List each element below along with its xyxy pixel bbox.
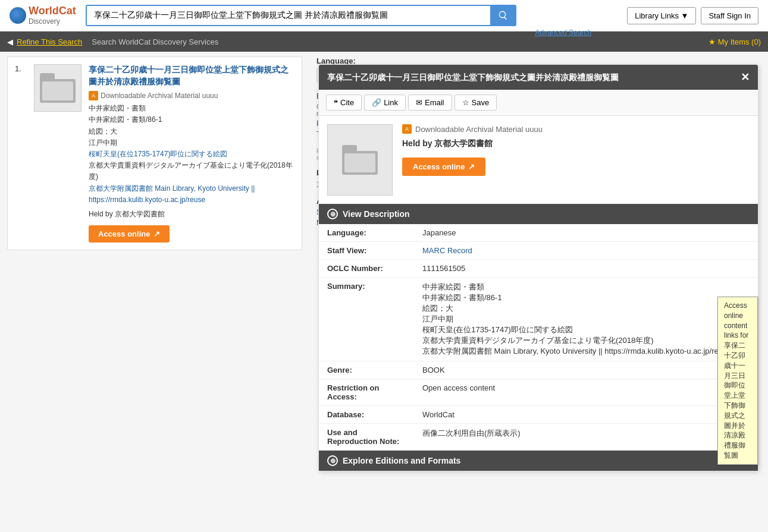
view-description-label: View Description xyxy=(343,209,410,219)
meta-line5: 京都大学貴重資料デジタルアーカイブ基金により電子化(2018年度) xyxy=(89,160,294,182)
save-icon: ☆ xyxy=(462,98,469,107)
summary-line-3: 江戸中期 xyxy=(422,314,750,325)
email-icon: ✉ xyxy=(416,98,422,107)
access-tooltip: Access online content links for 享保二十乙卯歳十… xyxy=(717,297,758,465)
summary-label: Summary: xyxy=(319,278,414,361)
language-field-label: Language: xyxy=(319,224,414,242)
meta-line4: 江戸中期 xyxy=(89,137,294,149)
table-row: Summary: 中井家絵図・書類 中井家絵図・書類/86-1 絵図；大 江戸中… xyxy=(319,278,758,361)
detail-access-label: Access online xyxy=(413,162,465,171)
meta-line2: 中井家絵図・書類/86-1 xyxy=(89,114,294,125)
search-icon xyxy=(498,10,509,21)
logo-subtitle: Discovery xyxy=(29,17,76,26)
link-icon: 🔗 xyxy=(372,98,381,107)
restriction-label: Restriction on Access: xyxy=(319,379,414,406)
result-title-link[interactable]: 享保二十乙卯歳十一月三日御即位堂上堂下飾御規式之圖并於清凉殿禮服御覧圖 xyxy=(89,64,294,87)
access-online-button[interactable]: Access online ↗ xyxy=(89,225,170,243)
refine-arrow-icon: ◀ xyxy=(7,37,13,46)
detail-header: 享保二十乙卯歳十一月三日御即位堂上堂下飾御規式之圖并於清凉殿禮服御覧圖 ✕ xyxy=(319,65,758,90)
use-label: Use and Reproduction Note: xyxy=(319,424,414,451)
cite-icon: ❝ xyxy=(334,98,338,107)
detail-toolbar: ❝ Cite 🔗 Link ✉ Email ☆ Save xyxy=(319,90,758,116)
table-row: Genre: BOOK xyxy=(319,361,758,379)
search-services-label: Search WorldCat Discovery Services xyxy=(92,37,218,46)
restriction-value: Open access content xyxy=(414,379,758,406)
search-input[interactable] xyxy=(86,5,490,26)
held-by-label: Held by 京都大学図書館 xyxy=(89,209,294,219)
logo-title: WorldCat xyxy=(29,5,76,17)
search-bar xyxy=(86,5,618,26)
meta-line3: 絵図；大 xyxy=(89,126,294,137)
detail-close-button[interactable]: ✕ xyxy=(741,71,750,84)
table-row: OCLC Number: 1111561505 xyxy=(319,260,758,278)
result-number: 1. xyxy=(15,64,27,243)
cite-button[interactable]: ❝ Cite xyxy=(326,95,362,111)
explore-circle-icon: ⊕ xyxy=(327,455,338,466)
summary-value: 中井家絵図・書類 中井家絵図・書類/86-1 絵図；大 江戸中期 桜町天皇(在位… xyxy=(414,278,758,361)
material-icon: A xyxy=(89,91,98,100)
link-button[interactable]: 🔗 Link xyxy=(364,95,406,111)
detail-material-row: A Downloadable Archival Material uuuu xyxy=(402,124,750,134)
meta-link1[interactable]: 桜町天皇(在位1735-1747)即位に関する絵図 xyxy=(89,150,227,158)
detail-folder-icon xyxy=(342,145,378,175)
link-label: Link xyxy=(384,98,398,107)
use-value: 画像二次利用自由(所蔵表示) xyxy=(414,424,758,451)
advanced-search-link[interactable]: Advanced Search xyxy=(535,29,591,37)
logo-area: WorldCat Discovery xyxy=(10,5,76,26)
toolbar-center: Search WorldCat Discovery Services xyxy=(92,37,218,46)
database-value: WorldCat xyxy=(414,406,758,424)
toolbar-left: ◀ Refine This Search xyxy=(7,37,82,46)
detail-external-link-icon: ↗ xyxy=(468,162,475,171)
detail-access-button[interactable]: Access online ↗ xyxy=(402,158,485,176)
oclc-value: 1111561505 xyxy=(414,260,758,278)
staff-sign-in-button[interactable]: Staff Sign In xyxy=(701,7,758,24)
folder-icon xyxy=(40,73,76,103)
my-items-label: My Items (0) xyxy=(718,37,761,46)
summary-line-1: 中井家絵図・書類/86-1 xyxy=(422,292,750,303)
table-row: Use and Reproduction Note: 画像二次利用自由(所蔵表示… xyxy=(319,424,758,451)
table-row: Language: Japanese xyxy=(319,224,758,242)
table-row: Database: WorldCat xyxy=(319,406,758,424)
email-button[interactable]: ✉ Email xyxy=(408,95,452,111)
email-label: Email xyxy=(425,98,444,107)
summary-line-5: 京都大学貴重資料デジタルアーカイブ基金により電子化(2018年度) xyxy=(422,335,750,346)
summary-line-6: 京都大学附属図書館 Main Library, Kyoto University… xyxy=(422,346,750,357)
staff-view-label: Staff View: xyxy=(319,242,414,260)
meta-link2[interactable]: 京都大学附属図書館 Main Library, Kyoto University… xyxy=(89,184,255,204)
library-links-button[interactable]: Library Links ▼ xyxy=(627,7,696,24)
external-link-icon: ↗ xyxy=(153,229,160,238)
access-btn-label: Access online xyxy=(98,229,150,238)
logo-text-block: WorldCat Discovery xyxy=(29,5,76,26)
summary-line-0: 中井家絵図・書類 xyxy=(422,282,750,292)
view-description-header[interactable]: ⊕ View Description xyxy=(319,204,758,224)
toolbar: ◀ Refine This Search Search WorldCat Dis… xyxy=(0,32,768,52)
refine-search-button[interactable]: Refine This Search xyxy=(17,37,82,46)
material-type-label: Downloadable Archival Material uuuu xyxy=(101,92,218,100)
star-icon: ★ xyxy=(709,37,716,46)
detail-thumbnail xyxy=(327,124,393,196)
detail-right: A Downloadable Archival Material uuuu He… xyxy=(402,124,750,196)
save-label: Save xyxy=(472,98,490,107)
save-button[interactable]: ☆ Save xyxy=(454,95,497,111)
results-panel: 1. 享保二十乙卯歳十一月三日御即位堂上堂下飾御規式之圖并於清凉殿禮服御覧圖 A… xyxy=(0,56,309,255)
explore-editions-header[interactable]: ⊕ Explore Editions and Formats xyxy=(319,451,758,471)
detail-table: Language: Japanese Staff View: MARC Reco… xyxy=(319,224,758,451)
search-button[interactable] xyxy=(490,5,516,26)
summary-line-2: 絵図；大 xyxy=(422,303,750,314)
material-type-row: A Downloadable Archival Material uuuu xyxy=(89,91,294,100)
detail-held-by: Held by 京都大学図書館 xyxy=(402,138,750,149)
header: WorldCat Discovery Advanced Search Libra… xyxy=(0,0,768,32)
cite-label: Cite xyxy=(340,98,354,107)
my-items-link[interactable]: ★ My Items (0) xyxy=(709,37,761,46)
marc-record-link[interactable]: MARC Record xyxy=(422,246,472,255)
result-info: 享保二十乙卯歳十一月三日御即位堂上堂下飾御規式之圖并於清凉殿禮服御覧圖 A Do… xyxy=(89,64,294,243)
staff-view-value: MARC Record xyxy=(414,242,758,260)
result-meta: 中井家絵図・書類 中井家絵図・書類/86-1 絵図；大 江戸中期 桜町天皇(在位… xyxy=(89,103,294,206)
oclc-label: OCLC Number: xyxy=(319,260,414,278)
globe-icon xyxy=(10,7,26,24)
detail-material-icon: A xyxy=(402,124,412,134)
database-label: Database: xyxy=(319,406,414,424)
genre-label: Genre: xyxy=(319,361,414,379)
language-field-value: Japanese xyxy=(414,224,758,242)
result-item: 1. 享保二十乙卯歳十一月三日御即位堂上堂下飾御規式之圖并於清凉殿禮服御覧圖 A… xyxy=(7,56,302,250)
